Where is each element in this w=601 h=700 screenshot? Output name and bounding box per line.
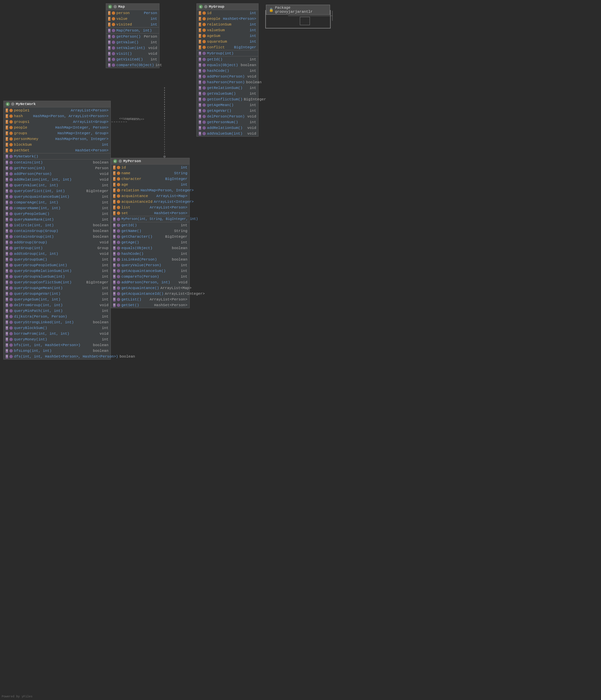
lock-icon xyxy=(9,275,13,278)
mp-m14: M getList() ArrayList<Person> xyxy=(111,296,190,302)
mn-m26: M delFromGroup(int, int) void xyxy=(4,302,110,308)
method-icon: M xyxy=(199,51,201,55)
method-icon: M xyxy=(199,69,201,73)
mp-m4: M getAge() int xyxy=(111,240,190,245)
method-ret: void xyxy=(100,241,108,244)
mg-m9: M getAgeMean() int xyxy=(197,102,258,108)
lock-icon xyxy=(202,46,206,49)
method-icon: M xyxy=(113,257,116,261)
method-icon: M xyxy=(6,195,8,199)
lock-icon xyxy=(9,143,13,146)
method-ret: Group xyxy=(97,246,108,250)
mp-m3: M getCharacter() BigInteger xyxy=(111,234,190,240)
field-icon: F xyxy=(108,11,110,15)
mn-m23: M queryGroupAgeMean(int) int xyxy=(4,285,110,291)
lock-icon xyxy=(117,292,120,296)
lock-icon xyxy=(202,28,206,32)
field-type: int xyxy=(150,17,157,21)
mn-m35: M dfs(int, int, HashSet<Person>, HashSet… xyxy=(4,353,110,359)
method-name: dijkstra(Person, Person) xyxy=(14,315,67,319)
mn-m19: M queryGroupPeopleSum(int) int xyxy=(4,262,110,268)
mn-m3: M addPerson(Person) void xyxy=(4,171,110,177)
method-ret: boolean xyxy=(172,246,187,250)
method-name: getRelationSum() xyxy=(207,86,243,90)
lock-icon xyxy=(202,115,206,118)
field-name: personMoney xyxy=(14,137,39,141)
field-name: acquaintance xyxy=(122,194,148,198)
field-icon: F xyxy=(113,194,116,198)
lock-icon xyxy=(204,5,207,8)
field-name: person xyxy=(117,11,130,15)
lock-icon xyxy=(9,246,13,250)
method-icon: M xyxy=(6,172,8,176)
lock-icon xyxy=(9,195,13,198)
method-ret: void xyxy=(247,132,256,135)
field-type: BigInteger xyxy=(165,177,187,181)
method-name: compareTo(Person) xyxy=(122,275,159,279)
method-ret: void xyxy=(100,172,108,176)
method-name: queryGroupPeopleSum(int) xyxy=(14,263,67,267)
method-name: addValueSum(int) xyxy=(207,132,243,135)
lock-icon xyxy=(117,246,120,250)
mn-m20: M queryGroupRelationSum(int) int xyxy=(4,268,110,274)
lock-icon xyxy=(9,120,13,124)
lock-icon xyxy=(117,264,120,267)
field-icon: F xyxy=(6,131,8,135)
method-name: queryAgeSum(int, int) xyxy=(14,297,61,301)
method-name: getGroup(int) xyxy=(14,246,43,250)
method-name: getConflictSum() xyxy=(207,97,243,101)
method-icon: M xyxy=(108,40,110,44)
mp-m2: M getName() String xyxy=(111,228,190,234)
field-name: hash xyxy=(14,114,23,118)
method-ret: int xyxy=(181,269,187,273)
lock-icon xyxy=(117,206,120,209)
lock-icon xyxy=(112,64,115,67)
mg-m14: M addValueSum(int) void xyxy=(197,131,258,136)
method-icon: M xyxy=(113,303,116,307)
field-icon: F xyxy=(108,23,110,27)
lock-icon xyxy=(117,177,120,181)
mn-f-groups1: F groups1 ArrayList<Group> xyxy=(4,119,110,125)
mn-m17: M addtoGroup(int, int) void xyxy=(4,251,110,256)
lock-icon xyxy=(9,338,13,341)
field-icon: F xyxy=(199,34,201,38)
mn-m21: M queryGroupValueSum(int) int xyxy=(4,274,110,279)
map-box: C Map F person Person F value int F visi… xyxy=(106,3,159,68)
field-name: pathSet xyxy=(14,148,29,152)
method-icon: M xyxy=(113,229,116,233)
lock-icon xyxy=(112,29,115,32)
lock-icon xyxy=(202,109,206,112)
myperson-box: C MyPerson F id int F name String F char… xyxy=(111,158,190,308)
method-name: queryGroupSum() xyxy=(14,257,47,261)
field-icon: F xyxy=(199,17,201,21)
method-name: queryMinPath(int, int) xyxy=(14,309,63,313)
method-name: queryGroupAgeVar(int) xyxy=(14,292,61,296)
myperson-header: C MyPerson xyxy=(111,158,190,165)
lock-icon xyxy=(112,52,115,55)
lock-icon xyxy=(202,98,206,101)
method-ret: void xyxy=(247,126,256,130)
field-icon: F xyxy=(113,200,116,204)
field-name: id xyxy=(122,166,126,170)
method-ret: int xyxy=(102,338,108,342)
method-ret: void xyxy=(148,52,157,56)
package-tab: 🔒 Package groovyjarjarantlr xyxy=(266,5,330,15)
field-icon: F xyxy=(6,126,8,130)
method-icon: M xyxy=(6,309,8,313)
field-type: int xyxy=(181,183,187,187)
method-name: queryValue(int, int) xyxy=(14,183,58,188)
field-name: id xyxy=(207,11,211,15)
constructor-name: Map(Person, int) xyxy=(117,28,152,32)
method-ret: int xyxy=(102,263,108,267)
field-icon: F xyxy=(199,11,201,15)
method-ret: int xyxy=(155,63,162,67)
myperson-title: MyPerson xyxy=(123,159,141,163)
lock-icon xyxy=(9,281,13,284)
method-name: queryGroupRelationSum(int) xyxy=(14,269,72,273)
field-type: ArrayList<Integer> xyxy=(154,200,194,204)
lock-icon xyxy=(117,224,120,227)
method-icon: M xyxy=(6,183,8,188)
map-field-value: F value int xyxy=(106,16,159,22)
map-header: C Map xyxy=(106,4,159,10)
mp-f-acquaintanceid: F acquaintanceId ArrayList<Integer> xyxy=(111,199,190,204)
